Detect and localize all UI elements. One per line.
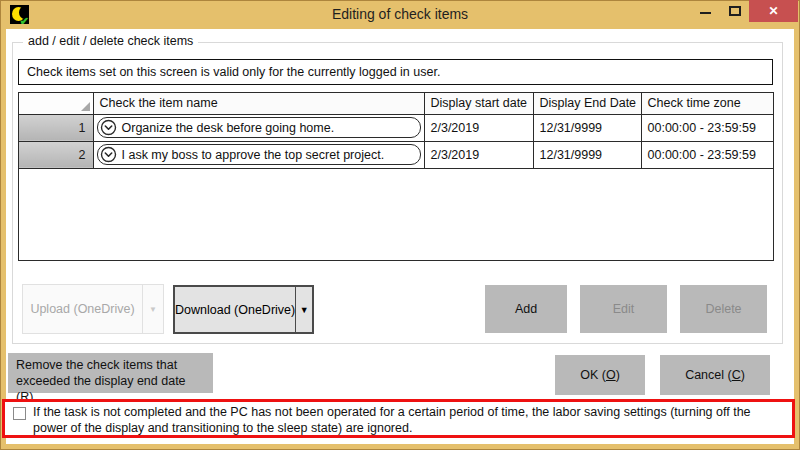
delete-button: Delete [680,285,767,333]
close-button[interactable]: ✕ [749,0,798,22]
download-dropdown-arrow-icon[interactable]: ▼ [295,287,312,332]
corner-triangle-icon [81,102,90,111]
column-header-end-date[interactable]: Display End Date [533,93,641,114]
row-header[interactable]: 1 [19,114,93,141]
window-title: Editing of check items [0,6,800,22]
dialog-window: ✔ Editing of check items ✕ add / edit / … [0,0,800,450]
grid-table: Check the item name Display start date D… [19,93,773,169]
item-name-cell[interactable]: I ask my boss to approve the top secret … [93,141,424,168]
minimize-icon [700,12,711,14]
item-name-cell[interactable]: Organize the desk before going home. [93,114,424,141]
item-name-text: Organize the desk before going home. [122,121,335,135]
labor-saving-checkbox[interactable] [13,407,26,420]
download-onedrive-label[interactable]: Download (OneDrive) [175,287,295,332]
end-date-cell[interactable]: 12/31/9999 [533,141,641,168]
edit-button: Edit [580,285,667,333]
grid-corner-cell[interactable] [19,93,93,114]
cancel-button[interactable]: Cancel (C) [660,355,770,395]
time-zone-cell[interactable]: 00:00:00 - 23:59:59 [641,114,773,141]
start-date-cell[interactable]: 2/3/2019 [424,114,533,141]
ok-button[interactable]: OK (O) [555,355,645,395]
minimize-button[interactable] [691,0,719,22]
grid-header-row: Check the item name Display start date D… [19,93,773,114]
maximize-icon [729,6,741,16]
time-zone-cell[interactable]: 00:00:00 - 23:59:59 [641,141,773,168]
remove-expired-button[interactable]: Remove the check items that exceeded the… [8,353,213,393]
labor-saving-highlight-box: If the task is not completed and the PC … [2,399,795,438]
client-area: add / edit / delete check items Check it… [6,29,794,444]
check-items-grid[interactable]: Check the item name Display start date D… [18,92,774,261]
item-name-text: I ask my boss to approve the top secret … [122,148,385,162]
maximize-button[interactable] [721,0,749,22]
upload-dropdown-arrow-icon: ▼ [142,285,163,333]
add-button[interactable]: Add [485,285,567,333]
item-name-pill[interactable]: I ask my boss to approve the top secret … [97,144,421,165]
labor-saving-checkbox-label: If the task is not completed and the PC … [33,405,781,436]
chevron-down-circle-icon[interactable] [100,119,117,136]
table-row[interactable]: 1 Organize the desk before going home. 2… [19,114,773,141]
column-header-name[interactable]: Check the item name [93,93,424,114]
chevron-down-circle-icon[interactable] [100,146,117,163]
end-date-cell[interactable]: 12/31/9999 [533,114,641,141]
groupbox-label: add / edit / delete check items [23,34,198,48]
column-header-time-zone[interactable]: Check time zone [641,93,773,114]
table-row[interactable]: 2 I ask my boss to approve the top secre… [19,141,773,168]
title-bar: ✔ Editing of check items ✕ [0,0,800,29]
start-date-cell[interactable]: 2/3/2019 [424,141,533,168]
row-header[interactable]: 2 [19,141,93,168]
column-header-start-date[interactable]: Display start date [424,93,533,114]
upload-onedrive-label: Upload (OneDrive) [23,285,142,333]
download-onedrive-button[interactable]: Download (OneDrive) ▼ [173,285,314,334]
upload-onedrive-button: Upload (OneDrive) ▼ [22,284,164,334]
item-name-pill[interactable]: Organize the desk before going home. [97,117,421,138]
notice-textbox: Check items set on this screen is valid … [18,59,773,85]
